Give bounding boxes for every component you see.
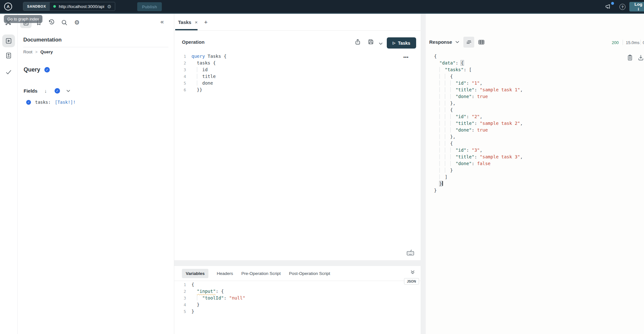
save-options-chevron-icon[interactable] [379,41,383,46]
code-line: "title": "sample task 2", [434,120,523,127]
operation-menu-icon[interactable]: ••• [403,55,409,59]
history-icon[interactable] [46,17,57,28]
status-code: 200 [612,40,619,45]
code-line: 4 title [179,73,227,80]
line-number: 4 [179,73,191,80]
breadcrumb-current: Query [41,49,53,54]
code-line: 1query Tasks { [179,53,227,60]
breadcrumb-root[interactable]: Root [23,49,33,54]
code-line: { [434,73,523,80]
response-editor[interactable]: { "data": { "tasks": [ { "id": "1", "tit… [434,53,523,194]
divider [23,47,168,47]
download-response-icon[interactable] [638,54,644,62]
apollo-logo[interactable]: A [4,3,12,11]
type-name: Query [24,66,40,73]
collapse-editor-icon[interactable] [410,270,415,276]
sort-down-icon[interactable]: ↓ [44,88,47,94]
share-icon[interactable] [355,39,361,46]
line-number: 2 [179,60,191,66]
code-line: "done": true [434,127,523,133]
code-line: "data": { [434,60,523,66]
code-line: "title": "sample task 1", [434,87,523,93]
panel-gap [421,14,426,334]
endpoint-settings-gear-icon[interactable]: ⚙ [107,4,111,9]
editor-tab-variables[interactable]: Variables [182,269,208,278]
endpoint-url-button[interactable]: http://localhost:3000/api ⚙ [50,2,115,11]
run-operation-button[interactable]: ▷ Tasks [387,37,416,49]
field-row[interactable]: ✓tasks:[Task!]! [26,99,174,106]
rail-divider [17,14,18,334]
code-line: 6 }} [179,87,227,93]
editor-tab-headers[interactable]: Headers [217,271,233,276]
table-view-icon [478,39,485,45]
publish-button[interactable]: Publish [137,2,162,11]
line-number: 3 [179,295,191,301]
table-view-toggle[interactable] [478,39,485,47]
code-line: "id": "3", [434,147,523,154]
help-icon[interactable]: ? [619,4,625,10]
rail-item-schema-diff[interactable] [3,50,14,61]
tab-label[interactable]: Tasks [178,19,191,25]
code-line: "id": "2", [434,113,523,120]
panel-gap [174,260,421,266]
documentation-title: Documentation [23,37,62,43]
save-icon[interactable] [368,39,374,46]
variables-editor[interactable]: 1{2 "input": {3 "toolId": "null"4 }5} [179,281,245,315]
code-line: 3 "toolId": "null" [179,295,245,301]
response-dropdown[interactable]: Response [429,39,459,45]
code-line: 1{ [179,281,245,288]
collapse-sidebar-icon[interactable]: « [157,17,167,27]
keyboard-shortcuts-icon[interactable] [407,249,414,257]
env-badge: SANDBOX [23,2,50,11]
connection-status-dot [53,5,56,8]
rail-item-checks[interactable] [3,66,14,78]
rail-item-operations[interactable] [2,34,15,47]
active-tab-underline [175,29,198,30]
endpoint-url[interactable]: http://localhost:3000/api [59,4,104,9]
response-size-partial: 0 [643,40,644,45]
line-number: 1 [179,53,191,60]
line-number: 5 [179,80,191,87]
code-line: }, [434,133,523,140]
check-badge-icon: ✓ [44,67,50,72]
code-line: 2 tasks { [179,60,227,66]
response-panel: Response 200 15.0ms 0 { "data": { "tasks… [426,14,644,334]
add-tab-icon[interactable]: + [202,18,210,27]
announcements-megaphone-icon[interactable] [605,3,612,11]
code-line: 5} [179,308,245,315]
apollo-sandbox-app: A SANDBOX http://localhost:3000/api ⚙ Pu… [0,0,644,334]
tab-tasks[interactable]: Tasks × [178,14,198,31]
run-button-label: Tasks [398,41,410,46]
code-line: "id": "1", [434,80,523,87]
text-view-toggle[interactable] [463,37,474,48]
editor-tab-post-operation-script[interactable]: Post-Operation Script [289,271,330,276]
text-view-icon [466,39,472,45]
settings-gear-icon[interactable]: ⚙ [71,17,83,28]
line-number: 4 [179,301,191,308]
response-title: Response [429,39,452,45]
code-line: } [434,180,523,187]
copy-response-icon[interactable] [627,54,633,62]
chevron-down-icon[interactable] [66,88,70,94]
field-name[interactable]: tasks: [35,100,51,105]
operation-panel: Tasks × + Operation ▷ Tasks 1query Tasks… [174,14,421,334]
operation-editor[interactable]: 1query Tasks {2 tasks {3 id4 title5 done… [179,53,227,93]
fields-list: ✓tasks:[Task!]! [0,99,174,106]
editor-tab-pre-operation-script[interactable]: Pre-Operation Script [241,271,281,276]
search-icon[interactable] [58,17,70,28]
line-number: 1 [179,281,191,288]
field-type-link[interactable]: [Task!]! [55,100,76,105]
fields-header: Fields ↓ ✓ [24,88,70,94]
breadcrumb: Root > Query [23,49,53,54]
code-line: 3 id [179,66,227,73]
tab-bar: Tasks × + [174,14,421,31]
line-number: 6 [179,87,191,93]
code-line: ] [434,174,523,180]
close-tab-icon[interactable]: × [195,19,198,25]
code-line: 4 } [179,301,245,308]
login-button[interactable]: Log i [629,2,644,11]
sidebar: ⚙ « Go to graph index Documentation Root… [0,14,174,334]
notification-dot [611,2,614,5]
code-line: } [434,167,523,174]
play-icon: ▷ [393,41,395,45]
